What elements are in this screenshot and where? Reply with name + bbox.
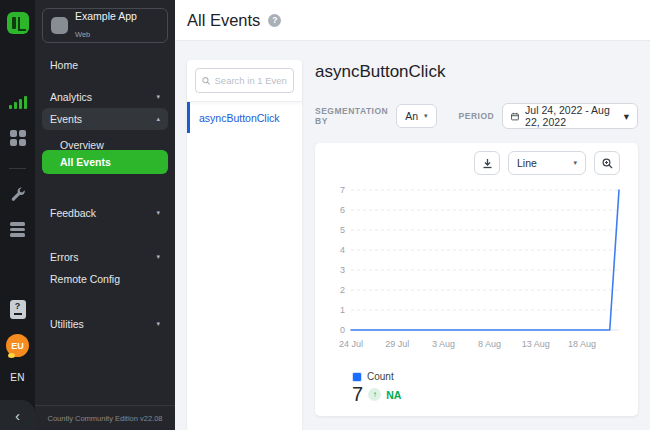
chart-toolbar: Line ▾ [474,151,620,175]
legend-label: Count [367,371,394,382]
svg-text:0: 0 [340,325,345,335]
app-selector[interactable]: Example App Web [42,8,168,43]
line-chart: 0123456724 Jul29 Jul3 Aug8 Aug13 Aug18 A… [329,183,625,361]
segmentation-label: SEGMENTATION BY [315,106,388,126]
period-label: PERIOD [459,111,495,121]
events-search-box[interactable] [195,68,294,93]
wrench-icon [10,186,26,202]
app-type: Web [75,30,90,39]
nav-label: Utilities [50,318,84,330]
nav-label: Errors [50,251,79,263]
sidebar-collapse-button[interactable]: ‹ [0,400,35,430]
svg-text:18 Aug: 18 Aug [568,339,596,349]
sidebar-item-feedback[interactable]: Feedback ▾ [42,202,168,224]
chevron-down-icon: ▾ [424,112,428,120]
data-manager-icon[interactable] [0,222,35,237]
svg-text:29 Jul: 29 Jul [385,339,409,349]
server-stack-icon [10,222,25,237]
event-title: asyncButtonClick [315,62,445,82]
events-search-area [187,60,302,102]
svg-text:24 Jul: 24 Jul [339,339,363,349]
svg-text:6: 6 [340,205,345,215]
management-wrench-icon[interactable] [0,186,35,202]
page-header: All Events ? [175,0,650,41]
svg-text:4: 4 [340,245,345,255]
page-title: All Events [187,11,260,30]
app-name: Example App [75,10,137,23]
avatar-initials: EU [6,334,29,357]
chevron-down-icon: ▾ [573,159,577,167]
svg-text:7: 7 [340,185,345,195]
zoom-in-icon [602,158,613,169]
grid-icon [10,130,26,146]
period-value: Jul 24, 2022 - Aug 22, 2022 [525,104,618,128]
segmentation-select[interactable]: An ▾ [396,104,436,128]
nav-label: Remote Config [50,273,120,285]
nav-label: Events [50,113,82,125]
svg-text:1: 1 [340,305,345,315]
svg-text:8 Aug: 8 Aug [478,339,501,349]
search-input[interactable] [215,75,287,86]
guides-icon: ? [10,300,26,319]
segmentation-value: An [405,110,418,122]
svg-text:13 Aug: 13 Aug [522,339,550,349]
nav-label: Analytics [50,91,92,103]
zoom-chart-button[interactable] [594,151,620,175]
chart-card: Line ▾ 0123456724 Jul29 Jul3 Aug8 Aug13 … [315,143,638,416]
sidebar-item-errors[interactable]: Errors ▾ [42,246,168,268]
calendar-icon [511,111,519,122]
chevron-down-icon: ▾ [156,320,160,328]
chevron-down-icon: ▾ [156,93,160,101]
sidebar-item-analytics[interactable]: Analytics ▾ [42,86,168,108]
chevron-down-icon: ▾ [156,209,160,217]
svg-text:2: 2 [340,285,345,295]
search-icon [202,76,211,86]
user-avatar[interactable]: EU [0,334,35,357]
events-list-panel: asyncButtonClick [187,60,302,430]
edition-footer: Countly Community Edition v22.08 [35,405,175,430]
chart-type-select[interactable]: Line ▾ [508,151,586,175]
svg-text:3: 3 [340,265,345,275]
app-icon [51,17,68,34]
sidebar-item-utilities[interactable]: Utilities ▾ [42,313,168,335]
side-navigation: Example App Web Home Analytics ▾ Events … [35,0,175,430]
download-icon [482,158,493,169]
trend-change: NA [386,389,401,401]
metric-total: 7 [352,383,363,406]
svg-text:3 Aug: 3 Aug [432,339,455,349]
period-picker[interactable]: Jul 24, 2022 - Aug 22, 2022 ▾ [502,103,638,129]
language-label: EN [10,372,25,383]
sidebar-item-remote-config[interactable]: Remote Config [42,268,168,290]
nav-label: Home [50,59,78,71]
help-icon[interactable]: ? [268,14,281,27]
bar-chart-icon [9,96,27,109]
metric-summary: 7 ↑ NA [352,383,401,406]
event-controls: SEGMENTATION BY An ▾ PERIOD Jul 24, 2022… [315,103,638,129]
help-center-icon[interactable]: ? [0,300,35,319]
legend-swatch [352,372,362,382]
chevron-up-icon: ▴ [156,115,160,123]
countly-dashboard: ? EU EN ‹ Example App Web Home Analytics… [0,0,650,430]
sidebar-item-home[interactable]: Home [42,54,168,76]
nav-label: Feedback [50,207,96,219]
svg-text:5: 5 [340,225,345,235]
chevron-down-icon: ▾ [156,253,160,261]
apps-grid-icon[interactable] [0,130,35,146]
chart-type-value: Line [517,157,537,169]
sidebar-item-events[interactable]: Events ▴ [42,108,168,130]
language-selector[interactable]: EN [0,372,35,383]
chevron-down-icon: ▾ [624,110,629,122]
countly-logo[interactable] [7,12,29,34]
nav-label: All Events [60,156,111,168]
chevron-left-icon: ‹ [15,408,20,423]
trend-up-icon: ↑ [368,388,381,401]
legend-item-count[interactable]: Count [352,371,394,382]
event-list-item-selected[interactable]: asyncButtonClick [187,102,302,133]
download-chart-button[interactable] [474,151,500,175]
sidebar-item-all-events[interactable]: All Events [42,150,168,174]
icon-rail: ? EU EN ‹ [0,0,35,430]
rail-divider [9,168,26,169]
analytics-bars-icon[interactable] [0,96,35,109]
